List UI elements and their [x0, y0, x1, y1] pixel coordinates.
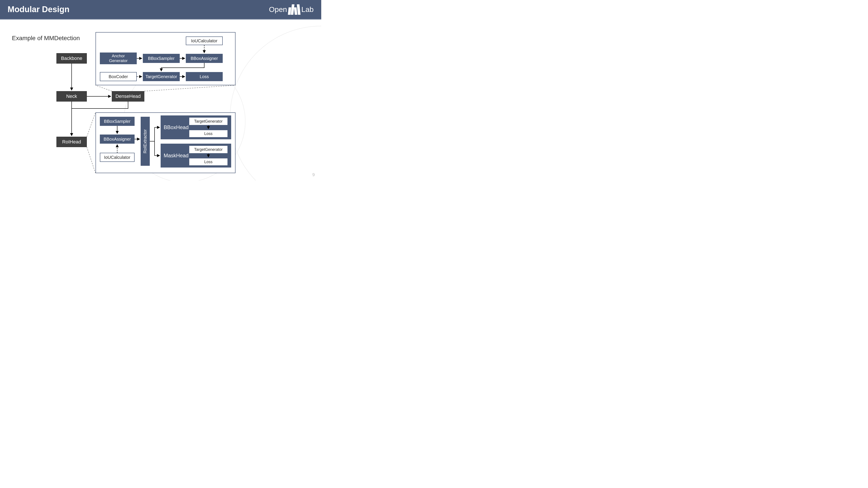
box-ioucalculator-dh: IoUCalculator: [186, 36, 223, 45]
box-loss-bh: Loss: [189, 130, 228, 137]
subtitle: Example of MMDetection: [12, 35, 80, 42]
box-loss-mh: Loss: [189, 158, 228, 166]
box-bboxassigner-rh: BBoxAssigner: [100, 134, 134, 144]
diagram-canvas: Example of MMDetection Backbone Neck Den…: [0, 20, 321, 181]
box-neck: Neck: [56, 91, 87, 102]
header-bar: Modular Design Open Lab: [0, 0, 321, 20]
svg-line-5: [95, 85, 112, 91]
box-backbone: Backbone: [56, 53, 87, 64]
page-title: Modular Design: [8, 5, 69, 14]
box-bboxsampler-dh: BBoxSampler: [143, 54, 180, 63]
box-bboxassigner-dh: BBoxAssigner: [186, 54, 223, 63]
box-boxcoder: BoxCoder: [100, 72, 137, 81]
box-bboxsampler-rh: BBoxSampler: [100, 117, 134, 126]
logo-text-lab: Lab: [301, 5, 314, 14]
logo-mm-icon: [288, 4, 300, 15]
logo-text-open: Open: [269, 5, 287, 14]
logo: Open Lab: [269, 4, 314, 15]
svg-line-7: [87, 112, 95, 137]
page-number: 9: [312, 172, 315, 177]
svg-line-6: [144, 85, 236, 91]
roiextractor-label: RoIExtractor: [143, 129, 148, 153]
box-targetgenerator-dh: TargetGenerator: [143, 72, 180, 81]
svg-line-8: [87, 147, 95, 173]
box-roihead: RoIHead: [56, 137, 87, 147]
box-ioucalculator-rh: IoUCalculator: [100, 153, 134, 162]
box-loss-dh: Loss: [186, 72, 223, 81]
box-targetgenerator-mh: TargetGenerator: [189, 145, 228, 154]
box-roiextractor: RoIExtractor: [141, 117, 150, 166]
svg-point-1: [230, 26, 321, 181]
box-densehead: DenseHead: [112, 91, 144, 102]
box-anchor-generator: Anchor Generator: [100, 53, 137, 64]
box-targetgenerator-bh: TargetGenerator: [189, 117, 228, 125]
